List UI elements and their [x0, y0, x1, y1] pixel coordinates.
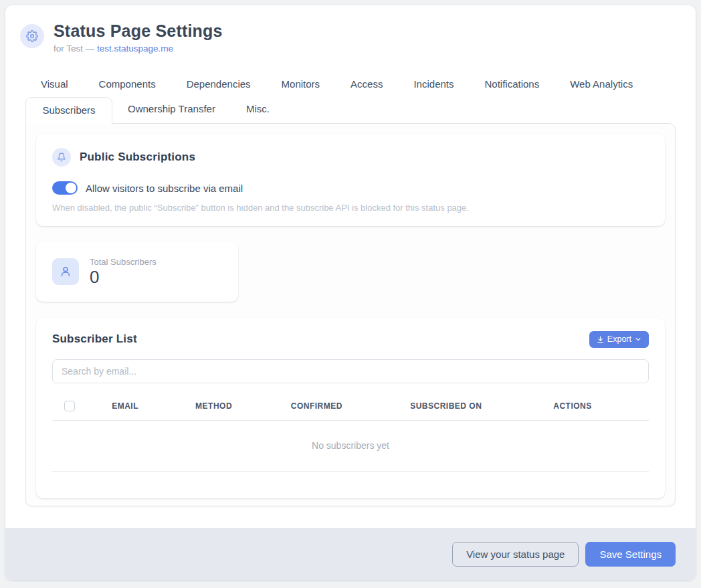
- subscribers-panel: Public Subscriptions Allow visitors to s…: [25, 123, 676, 506]
- user-icon-badge: [52, 258, 79, 285]
- chevron-down-icon: [635, 336, 641, 342]
- public-subscriptions-title: Public Subscriptions: [80, 151, 195, 164]
- subscriber-list-card: Subscriber List Export: [36, 318, 665, 498]
- search-input[interactable]: [52, 359, 649, 383]
- tab-ownership-transfer[interactable]: Ownership Transfer: [112, 97, 231, 123]
- column-header-method: METHOD: [195, 391, 291, 421]
- bell-icon-badge: [52, 148, 71, 167]
- column-header-confirmed: CONFIRMED: [291, 391, 410, 421]
- user-icon: [59, 265, 72, 278]
- table-header-row: EMAIL METHOD CONFIRMED SUBSCRIBED ON ACT…: [52, 391, 649, 421]
- tab-incidents[interactable]: Incidents: [398, 72, 469, 96]
- page-title: Status Page Settings: [54, 21, 223, 41]
- page-subtitle: for Test — test.statuspage.me: [54, 43, 223, 54]
- save-settings-button[interactable]: Save Settings: [585, 542, 676, 567]
- tab-components[interactable]: Components: [84, 72, 171, 96]
- export-button-label: Export: [607, 334, 631, 344]
- tab-bar-row1: Visual Components Dependencies Monitors …: [25, 72, 676, 96]
- total-subscribers-label: Total Subscribers: [90, 257, 157, 267]
- tab-monitors[interactable]: Monitors: [266, 72, 336, 96]
- select-all-checkbox[interactable]: [64, 401, 75, 411]
- tab-access[interactable]: Access: [335, 72, 398, 96]
- settings-window: Status Page Settings for Test — test.sta…: [5, 5, 696, 580]
- tab-bar-row2: Subscribers Ownership Transfer Misc.: [25, 97, 676, 123]
- subscriber-list-title: Subscriber List: [52, 332, 137, 346]
- view-status-page-button[interactable]: View your status page: [452, 542, 579, 567]
- column-header-email: EMAIL: [112, 391, 195, 421]
- tab-notifications[interactable]: Notifications: [470, 72, 555, 96]
- footer-action-bar: View your status page Save Settings: [5, 528, 696, 580]
- table-footer-spacer: [52, 472, 649, 486]
- tab-visual[interactable]: Visual: [25, 72, 84, 96]
- subscribe-toggle[interactable]: [52, 181, 78, 195]
- tab-subscribers[interactable]: Subscribers: [25, 97, 112, 124]
- export-button[interactable]: Export: [589, 331, 649, 348]
- download-icon: [597, 336, 604, 343]
- empty-state-message: No subscribers yet: [52, 420, 649, 471]
- page-header: Status Page Settings for Test — test.sta…: [5, 5, 696, 54]
- total-subscribers-value: 0: [90, 268, 157, 287]
- status-page-link[interactable]: test.statuspage.me: [97, 43, 173, 54]
- column-header-actions: ACTIONS: [553, 391, 649, 421]
- tab-web-analytics[interactable]: Web Analytics: [555, 72, 648, 96]
- empty-state-row: No subscribers yet: [52, 420, 649, 471]
- total-subscribers-card: Total Subscribers 0: [36, 242, 238, 302]
- subscribe-helper-text: When disabled, the public “Subscribe” bu…: [52, 203, 649, 213]
- toggle-knob: [66, 183, 76, 193]
- tab-dependencies[interactable]: Dependencies: [171, 72, 266, 96]
- settings-avatar: [20, 24, 44, 48]
- public-subscriptions-card: Public Subscriptions Allow visitors to s…: [36, 134, 665, 226]
- bell-icon: [57, 153, 66, 162]
- subscriber-table: EMAIL METHOD CONFIRMED SUBSCRIBED ON ACT…: [52, 391, 649, 472]
- subscribe-toggle-label: Allow visitors to subscribe via email: [86, 183, 243, 194]
- gear-icon: [26, 30, 38, 42]
- tab-misc[interactable]: Misc.: [231, 97, 285, 123]
- column-header-subscribed-on: SUBSCRIBED ON: [410, 391, 553, 421]
